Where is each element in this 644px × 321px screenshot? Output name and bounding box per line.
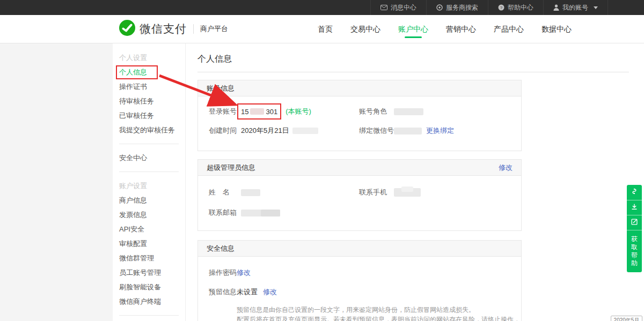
sidebar-item-operation-certificate[interactable]: 操作证书 bbox=[119, 79, 185, 94]
nav-marketing-center[interactable]: 营销中心 bbox=[446, 15, 476, 43]
nav-data-center[interactable]: 数据中心 bbox=[541, 15, 572, 43]
sidebar-item-api-security[interactable]: API安全 bbox=[119, 222, 185, 236]
brand-divider bbox=[193, 24, 194, 34]
my-account-label: 我的账号 bbox=[562, 3, 588, 12]
brand[interactable]: 微信支付 商户平台 bbox=[119, 20, 228, 38]
rebind-link[interactable]: 更换绑定 bbox=[426, 126, 454, 136]
link-icon bbox=[630, 187, 639, 198]
operation-password-edit-link[interactable]: 修改 bbox=[237, 268, 251, 278]
admin-phone-label: 联系手机 bbox=[359, 188, 394, 197]
sidebar-item-wechat-group-management[interactable]: 微信群管理 bbox=[119, 251, 185, 265]
account-info-card-body: 登录账号 15 301 (本账号) 账号角色 bbox=[198, 96, 521, 151]
nav-home[interactable]: 首页 bbox=[318, 15, 333, 43]
sidebar-divider bbox=[119, 144, 179, 144]
reserved-info-edit-link[interactable]: 修改 bbox=[263, 287, 277, 297]
get-help-button[interactable]: 获取帮助 bbox=[627, 230, 642, 272]
super-admin-card-body: 姓 名 联系手机 联系邮箱 bbox=[198, 176, 521, 230]
admin-email-label: 联系邮箱 bbox=[209, 208, 241, 218]
sidebar-item-pending-review-tasks[interactable]: 待审核任务 bbox=[119, 94, 185, 108]
login-account-suffix: 301 bbox=[266, 108, 277, 116]
sidebar: 个人设置 个人信息 操作证书 待审核任务 已审核任务 我提交的审核任务 安全中心… bbox=[113, 43, 186, 321]
user-icon bbox=[553, 4, 559, 11]
operation-password-label: 操作密码 bbox=[209, 268, 237, 278]
current-account-tag: (本账号) bbox=[286, 107, 311, 116]
login-account-row: 登录账号 15 301 (本账号) 账号角色 bbox=[198, 102, 521, 121]
edit-icon bbox=[630, 218, 639, 228]
security-info-card-title: 安全信息 bbox=[207, 241, 235, 256]
service-provider-search-label: 服务商搜索 bbox=[446, 3, 478, 12]
sidebar-divider bbox=[119, 171, 179, 172]
svg-text:?: ? bbox=[500, 5, 503, 10]
super-admin-edit-link[interactable]: 修改 bbox=[499, 160, 513, 175]
admin-name-label: 姓 名 bbox=[209, 188, 241, 197]
created-time-value: 2020年5月21日 bbox=[241, 126, 318, 136]
sidebar-item-personal-info[interactable]: 个人信息 bbox=[119, 65, 185, 79]
help-center-item[interactable]: ? 帮助中心 bbox=[488, 0, 543, 15]
created-time-row: 创建时间 2020年5月21日 绑定微信号 更换绑定 bbox=[198, 121, 521, 140]
sidebar-item-reviewed-tasks[interactable]: 已审核任务 bbox=[119, 108, 185, 123]
sidebar-item-security-center[interactable]: 安全中心 bbox=[119, 151, 185, 165]
account-role-label: 账号角色 bbox=[359, 107, 394, 116]
login-account-annotation-box: 15 301 bbox=[237, 103, 281, 120]
account-role-masked-value bbox=[394, 108, 423, 115]
nav-product-center[interactable]: 产品中心 bbox=[494, 15, 524, 43]
account-role-group: 账号角色 bbox=[359, 102, 423, 121]
bound-wechat-label: 绑定微信号 bbox=[359, 126, 394, 136]
login-account-prefix: 15 bbox=[241, 108, 248, 116]
message-center-label: 消息中心 bbox=[391, 3, 416, 12]
date-chip: 2020年5月22日 bbox=[611, 316, 642, 321]
operation-password-row: 操作密码 修改 bbox=[198, 263, 521, 282]
login-account-value: 15 301 (本账号) bbox=[241, 103, 311, 120]
mail-icon bbox=[380, 5, 387, 10]
wechat-pay-logo-icon bbox=[119, 20, 135, 38]
brand-name: 微信支付 bbox=[140, 21, 187, 36]
sidebar-section-account-settings: 账户设置 bbox=[119, 178, 185, 193]
security-info-card-header: 安全信息 bbox=[198, 241, 521, 257]
security-info-card: 安全信息 操作密码 修改 预留信息 未设置 修改 预留信息是由你自己设置的一段文… bbox=[197, 240, 522, 321]
super-admin-card-header: 超级管理员信息 修改 bbox=[198, 160, 521, 176]
admin-name-row: 姓 名 联系手机 bbox=[198, 182, 521, 203]
super-admin-card: 超级管理员信息 修改 姓 名 联系手机 联系邮箱 bbox=[197, 159, 522, 231]
admin-phone-masked-value bbox=[394, 188, 421, 197]
super-admin-card-title: 超级管理员信息 bbox=[207, 160, 255, 175]
login-account-label: 登录账号 bbox=[209, 107, 241, 116]
brand-subtitle: 商户平台 bbox=[200, 24, 228, 34]
sidebar-item-my-submitted-review-tasks[interactable]: 我提交的审核任务 bbox=[119, 123, 185, 137]
account-info-card-title: 账号信息 bbox=[207, 80, 235, 96]
admin-name-masked-value bbox=[241, 189, 260, 196]
created-time-masked-segment bbox=[292, 128, 318, 134]
feedback-button[interactable] bbox=[627, 215, 642, 230]
wechat-pay-merchant-page: 消息中心 服务商搜索 ? 帮助中心 我的账号 bbox=[0, 0, 644, 321]
my-account-item[interactable]: 我的账号 bbox=[543, 0, 608, 15]
login-account-masked-segment bbox=[250, 108, 264, 115]
note-line: 配置后将在首页及充值页面显示。若未看到预留信息，表明当前访问的网站存在风险，请终… bbox=[237, 315, 521, 321]
help-icon: ? bbox=[498, 4, 504, 11]
floating-help-widget: 获取帮助 bbox=[627, 185, 642, 272]
reserved-info-value: 未设置 bbox=[237, 287, 258, 297]
sidebar-item-invoice-info[interactable]: 发票信息 bbox=[119, 207, 185, 222]
reserved-info-label: 预留信息 bbox=[209, 287, 237, 297]
sidebar-item-staff-account-management[interactable]: 员工账号管理 bbox=[119, 265, 185, 280]
sidebar-item-face-smart-device[interactable]: 刷脸智能设备 bbox=[119, 280, 185, 294]
main-content: 个人信息 账号信息 登录账号 15 301 (本账号) bbox=[197, 43, 629, 321]
service-provider-search-item[interactable]: 服务商搜索 bbox=[426, 0, 488, 15]
caret-down-icon bbox=[594, 6, 598, 9]
bound-wechat-group: 绑定微信号 更换绑定 bbox=[359, 121, 454, 140]
share-link-button[interactable] bbox=[627, 185, 642, 200]
reserved-info-row: 预留信息 未设置 修改 bbox=[198, 282, 521, 302]
sidebar-item-merchant-info[interactable]: 商户信息 bbox=[119, 193, 185, 207]
help-center-label: 帮助中心 bbox=[508, 3, 533, 12]
sidebar-section-personal-settings: 个人设置 bbox=[119, 50, 185, 65]
nav-transaction-center[interactable]: 交易中心 bbox=[350, 15, 380, 43]
sidebar-item-review-config[interactable]: 审核配置 bbox=[119, 236, 185, 251]
download-button[interactable] bbox=[627, 200, 642, 215]
sidebar-item-wechat-merchant-terminal[interactable]: 微信商户终端 bbox=[119, 294, 185, 309]
reserved-info-notes: 预留信息是由你自己设置的一段文字，用来鉴定网站身份，防止假冒网站造成损失。 配置… bbox=[237, 305, 521, 321]
message-center-item[interactable]: 消息中心 bbox=[370, 0, 426, 15]
sidebar-divider bbox=[119, 315, 179, 316]
top-utility-group: 消息中心 服务商搜索 ? 帮助中心 我的账号 bbox=[370, 0, 608, 15]
page-header: 微信支付 商户平台 首页 交易中心 账户中心 营销中心 产品中心 数据中心 bbox=[0, 15, 644, 43]
created-time-label: 创建时间 bbox=[209, 126, 241, 136]
nav-account-center[interactable]: 账户中心 bbox=[398, 15, 428, 43]
top-utility-bar: 消息中心 服务商搜索 ? 帮助中心 我的账号 bbox=[0, 0, 644, 15]
